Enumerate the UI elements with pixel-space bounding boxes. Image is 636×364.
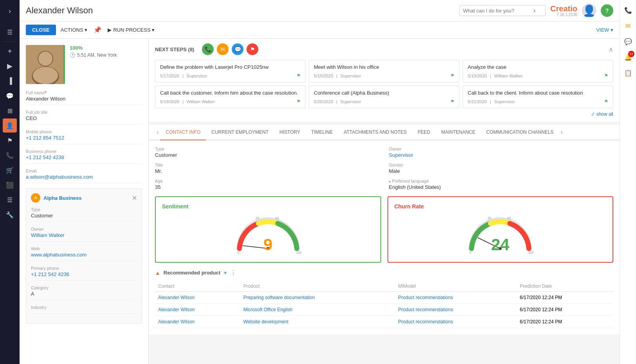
profile-photo	[26, 45, 65, 84]
task-meta: 5/19/2020 | Supervisor ⚑	[314, 73, 454, 78]
mlmodel-cell[interactable]: Product recommendations	[395, 316, 517, 328]
churn-gauge-card: Churn Rate	[387, 196, 614, 263]
run-process-button[interactable]: ▶ RUN PROCESS ▾	[108, 27, 155, 33]
account-web-value[interactable]: www.alphabusiness.com	[31, 252, 137, 258]
task-card[interactable]: Meet with Wilson in his office 5/19/2020…	[309, 60, 459, 82]
show-all-link[interactable]: ⤦ show all	[591, 111, 613, 117]
product-cell[interactable]: Website development	[240, 316, 395, 328]
tab-maintenance[interactable]: MAINTENANCE	[436, 125, 481, 140]
email-action-button[interactable]: ✉	[217, 43, 229, 55]
contact-col-header: Contact	[155, 281, 240, 292]
nav-flag-icon[interactable]: ⚑	[3, 133, 17, 147]
chat-sidebar-icon[interactable]: 💬	[621, 34, 635, 48]
task-card[interactable]: Call back the customer. Inform him about…	[155, 86, 306, 108]
nav-grid-icon[interactable]: ⊞	[3, 104, 17, 118]
owner-value[interactable]: Supervisor	[389, 152, 614, 158]
add-recommended-button[interactable]: +	[223, 269, 227, 276]
product-cell[interactable]: Microsoft Office English	[240, 304, 395, 316]
nav-phone-icon[interactable]: 📞	[3, 148, 17, 162]
search-box[interactable]: ›	[459, 5, 546, 16]
nav-chat-icon[interactable]: 💬	[3, 89, 17, 103]
mlmodel-cell[interactable]: Product recommendations	[395, 292, 517, 304]
tab-feed[interactable]: FEED	[412, 125, 436, 140]
svg-text:100: 100	[528, 251, 534, 255]
contact-cell[interactable]: Alexander Wilson	[155, 292, 240, 304]
account-type-field: Type Customer	[31, 207, 137, 222]
account-owner-label: Owner	[31, 227, 137, 231]
nav-list-icon[interactable]: ☰	[3, 193, 17, 207]
email-sidebar-icon[interactable]: ✉	[621, 19, 635, 33]
chat-action-button[interactable]: 💬	[232, 43, 243, 55]
right-panel: NEXT STEPS (8) 📞 ✉ 💬 ⚑ ∧ Define the prob…	[149, 39, 620, 364]
notification-sidebar-icon[interactable]: 🔔 33	[621, 50, 635, 64]
svg-text:66: 66	[275, 217, 279, 220]
task-card[interactable]: Define the problem with Laserjet Pro CP1…	[155, 60, 306, 82]
task-title: Conference call (Alpha Business)	[314, 90, 454, 96]
help-icon[interactable]: ?	[601, 4, 613, 17]
contact-cell[interactable]: Alexander Wilson	[155, 316, 240, 328]
nav-tools-icon[interactable]: 🔧	[3, 208, 17, 222]
more-options-button[interactable]: ⋮	[230, 269, 236, 276]
table-row: Alexander Wilson Website development Pro…	[155, 316, 613, 328]
account-primary-phone-value[interactable]: +1 212 542 4236	[31, 271, 137, 277]
nav-dashboard-icon[interactable]: ⬛	[3, 178, 17, 192]
tab-prev-button[interactable]: ‹	[155, 127, 160, 137]
content-area: 100% 🕐 5:51 AM, New York Full name* Alex…	[20, 39, 620, 364]
nav-add-icon[interactable]: +	[3, 44, 17, 58]
churn-value: 24	[491, 235, 510, 254]
account-name[interactable]: Alpha Business	[43, 195, 129, 201]
account-icon: A	[31, 193, 40, 203]
email-value[interactable]: a.wilson@alphabusiness.com	[26, 174, 142, 180]
nav-expand-icon[interactable]: ›	[3, 4, 17, 18]
task-card[interactable]: Call back to the client. Inform about ca…	[463, 86, 613, 108]
search-input[interactable]	[463, 8, 533, 14]
task-title: Call back to the client. Inform about ca…	[468, 90, 608, 96]
task-card[interactable]: Conference call (Alpha Business) 5/20/20…	[309, 86, 459, 108]
call-action-button[interactable]: 📞	[202, 43, 214, 55]
business-phone-value[interactable]: +1 212 542 4238	[26, 154, 142, 160]
account-close-button[interactable]: ✕	[132, 194, 137, 202]
prediction-date-cell: 6/17/2020 12:24 PM	[517, 292, 613, 304]
contact-cell[interactable]: Alexander Wilson	[155, 304, 240, 316]
title-row: Title Mr.	[155, 163, 380, 174]
mlmodel-cell[interactable]: Product recommendations	[395, 304, 517, 316]
mobile-value[interactable]: +1 212 854 7512	[26, 135, 142, 141]
nav-contact-icon[interactable]: 👤	[3, 118, 17, 133]
task-meta: 5/17/2020 | Supervisor ⚑	[160, 73, 301, 78]
tab-history[interactable]: HISTORY	[274, 125, 306, 140]
actions-button[interactable]: ACTIONS ▾	[61, 27, 87, 33]
task-card[interactable]: Analyze the case 5/19/2020 | William Wal…	[463, 60, 613, 82]
user-avatar[interactable]: 👤	[582, 4, 596, 18]
tab-communication[interactable]: COMMUNICATION CHANNELS	[481, 125, 559, 140]
tasks-sidebar-icon[interactable]: 📋	[621, 66, 635, 80]
job-title-label: Full job title	[26, 110, 142, 115]
pin-icon[interactable]: 📌	[92, 25, 103, 35]
account-web-field: Web www.alphabusiness.com	[31, 246, 137, 261]
gender-row: Gender Male	[389, 163, 614, 174]
tab-current-employment[interactable]: CURRENT EMPLOYMENT	[206, 125, 274, 140]
prediction-date-cell: 6/17/2020 12:24 PM	[517, 316, 613, 328]
tab-timeline[interactable]: TIMELINE	[306, 125, 338, 140]
nav-play-icon[interactable]: ▶	[3, 59, 17, 73]
tab-next-button[interactable]: ›	[559, 127, 564, 137]
account-owner-value[interactable]: William Walker	[31, 232, 137, 238]
tab-contact-info[interactable]: CONTACT INFO	[160, 125, 206, 140]
svg-point-3	[38, 52, 52, 66]
nav-cart-icon[interactable]: 🛒	[3, 163, 17, 177]
phone-sidebar-icon[interactable]: 📞	[621, 3, 635, 17]
version-text: 7.16.1.2135	[557, 13, 577, 17]
flag-action-button[interactable]: ⚑	[247, 43, 258, 55]
account-primary-phone-field: Primary phone +1 212 542 4236	[31, 266, 137, 281]
type-value: Customer	[155, 152, 380, 158]
view-button[interactable]: VIEW ▾	[596, 27, 613, 33]
nav-chart-icon[interactable]: ▐	[3, 74, 17, 88]
business-phone-field: Business phone +1 212 542 4238	[26, 149, 142, 164]
close-button[interactable]: CLOSE	[26, 25, 56, 35]
product-cell[interactable]: Preparing software documentation	[240, 292, 395, 304]
email-field: Email a.wilson@alphabusiness.com	[26, 169, 142, 183]
prediction-date-cell: 6/17/2020 12:24 PM	[517, 304, 613, 316]
collapse-button[interactable]: ∧	[609, 46, 613, 53]
tab-attachments[interactable]: ATTACHMENTS AND NOTES	[338, 125, 412, 140]
nav-menu-icon[interactable]: ☰	[3, 25, 17, 39]
recommended-title: Recommended product	[164, 270, 220, 276]
